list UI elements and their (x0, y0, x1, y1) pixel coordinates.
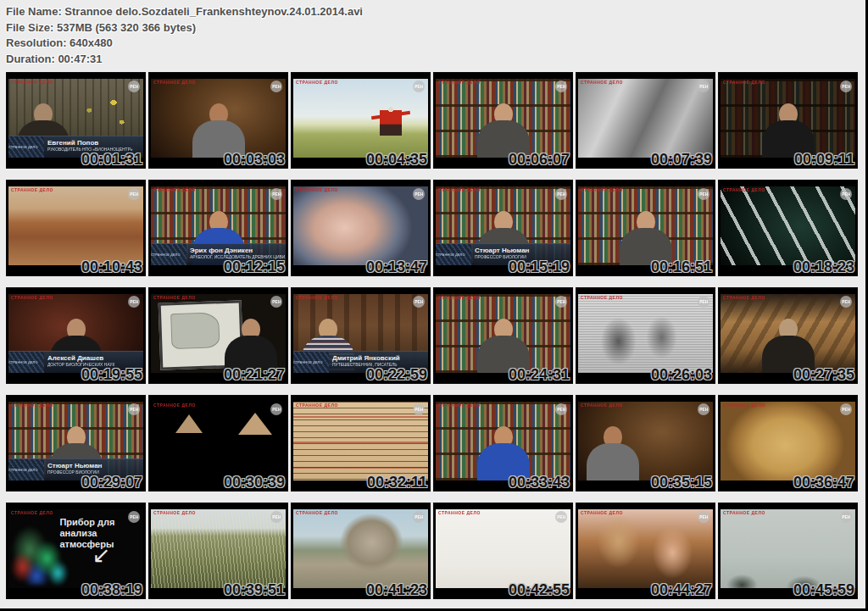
timestamp: 00:44:27 (651, 581, 712, 599)
video-thumbnail[interactable]: СТРАННОЕ ДЕЛО РЕН 00:45:59 (719, 503, 857, 598)
video-thumbnail[interactable]: СТРАННОЕ ДЕЛО РЕН 00:36:47 (719, 396, 857, 491)
video-thumbnail[interactable]: СТРАННОЕ ДЕЛО РЕН СТРАННОЕ ДЕЛО Дмитрий … (292, 288, 430, 383)
video-thumbnail[interactable]: СТРАННОЕ ДЕЛО РЕН 00:04:35 (292, 73, 430, 168)
show-emblem: СТРАННОЕ ДЕЛО (8, 459, 44, 480)
timestamp: 00:30:39 (224, 474, 285, 492)
show-watermark: СТРАННОЕ ДЕЛО (438, 296, 481, 301)
show-watermark: СТРАННОЕ ДЕЛО (438, 511, 481, 516)
timestamp: 00:36:47 (793, 474, 854, 492)
frame-image: СТРАННОЕ ДЕЛО РЕН СТРАННОЕ ДЕЛО Евгений … (8, 79, 143, 158)
speaker-name: Стюарт Ньюман (47, 463, 141, 469)
show-watermark: СТРАННОЕ ДЕЛО (581, 511, 623, 516)
show-watermark: СТРАННОЕ ДЕЛО (11, 188, 53, 193)
video-thumbnail[interactable]: СТРАННОЕ ДЕЛО РЕН СТРАННОЕ ДЕЛО Эрих фон… (149, 181, 287, 275)
video-thumbnail[interactable]: СТРАННОЕ ДЕЛО РЕН 00:33:43 (434, 396, 572, 491)
show-watermark: СТРАННОЕ ДЕЛО (723, 511, 765, 516)
speaker-name: Евгений Попов (47, 140, 143, 147)
ren-tv-logo-icon: РЕН (840, 188, 852, 200)
timestamp: 00:07:39 (651, 151, 712, 169)
timestamp: 00:39:51 (224, 581, 285, 599)
show-watermark: СТРАННОЕ ДЕЛО (723, 403, 765, 408)
frame-image: СТРАННОЕ ДЕЛО РЕН (293, 79, 428, 158)
video-thumbnail[interactable]: СТРАННОЕ ДЕЛО РЕН 00:26:03 (576, 288, 715, 383)
ren-tv-logo-icon: РЕН (270, 81, 282, 92)
show-watermark: СТРАННОЕ ДЕЛО (296, 188, 338, 193)
video-thumbnail[interactable]: СТРАННОЕ ДЕЛО РЕН 00:39:51 (149, 503, 287, 598)
frame-image: СТРАННОЕ ДЕЛО РЕН (578, 79, 713, 158)
frame-image: СТРАННОЕ ДЕЛО РЕН (436, 294, 570, 373)
ren-tv-logo-icon: РЕН (555, 296, 567, 308)
video-thumbnail[interactable]: СТРАННОЕ ДЕЛО РЕН СТРАННОЕ ДЕЛО Евгений … (7, 73, 145, 168)
video-thumbnail[interactable]: СТРАННОЕ ДЕЛО РЕН 00:21:27 (149, 288, 287, 383)
video-thumbnail[interactable]: СТРАННОЕ ДЕЛО РЕН 00:35:15 (576, 396, 715, 491)
frame-image: СТРАННОЕ ДЕЛО РЕН (721, 79, 855, 158)
person-silhouette (762, 103, 815, 158)
timestamp: 00:45:59 (793, 581, 854, 599)
resolution-line: Resolution: 640x480 (6, 36, 363, 52)
video-thumbnail[interactable]: СТРАННОЕ ДЕЛО РЕН 00:30:39 (149, 396, 287, 491)
speaker-name: Дмитрий Янковский (332, 355, 428, 362)
timestamp: 00:10:43 (81, 258, 142, 276)
timestamp: 00:29:07 (81, 474, 142, 492)
show-watermark: СТРАННОЕ ДЕЛО (296, 403, 338, 408)
speaker-name: Стюарт Ньюман (475, 247, 568, 254)
video-thumbnail[interactable]: СТРАННОЕ ДЕЛО РЕН 00:42:55 (434, 503, 572, 598)
ren-tv-logo-icon: РЕН (840, 81, 852, 92)
video-thumbnail[interactable]: СТРАННОЕ ДЕЛО РЕН 00:27:35 (719, 288, 857, 383)
frame-image: СТРАННОЕ ДЕЛО РЕН (151, 79, 286, 158)
video-thumbnail[interactable]: СТРАННОЕ ДЕЛО РЕН 00:18:23 (719, 181, 857, 275)
video-thumbnail[interactable]: СТРАННОЕ ДЕЛО РЕН 00:03:03 (149, 73, 287, 168)
timestamp: 00:42:55 (509, 581, 570, 599)
video-thumbnail[interactable]: СТРАННОЕ ДЕЛО РЕН СТРАННОЕ ДЕЛО Алексей … (7, 288, 145, 383)
frame-image: СТРАННОЕ ДЕЛО РЕН СТРАННОЕ ДЕЛО Стюарт Н… (8, 402, 143, 480)
show-watermark: СТРАННОЕ ДЕЛО (153, 403, 196, 408)
ren-tv-logo-icon: РЕН (840, 511, 852, 523)
show-watermark: СТРАННОЕ ДЕЛО (11, 81, 53, 86)
timestamp: 00:18:23 (793, 258, 854, 276)
ren-tv-logo-icon: РЕН (128, 511, 140, 523)
frame-image: СТРАННОЕ ДЕЛО РЕН (293, 509, 428, 588)
frame-image: СТРАННОЕ ДЕЛО РЕН СТРАННОЕ ДЕЛО Дмитрий … (293, 294, 428, 373)
frame-image: СТРАННОЕ ДЕЛО РЕН СТРАННОЕ ДЕЛО Стюарт Н… (436, 186, 570, 265)
video-thumbnail[interactable]: СТРАННОЕ ДЕЛО РЕН 00:07:39 (576, 73, 715, 168)
frame-image: СТРАННОЕ ДЕЛО РЕН (151, 294, 286, 373)
video-thumbnail[interactable]: СТРАННОЕ ДЕЛО РЕН СТРАННОЕ ДЕЛО Стюарт Н… (7, 396, 145, 491)
video-thumbnail[interactable]: СТРАННОЕ ДЕЛО РЕН 00:24:31 (434, 288, 572, 383)
show-emblem: СТРАННОЕ ДЕЛО (151, 244, 186, 265)
video-thumbnail[interactable]: СТРАННОЕ ДЕЛО РЕН 00:06:07 (434, 73, 572, 168)
ren-tv-logo-icon: РЕН (698, 81, 709, 92)
video-thumbnail[interactable]: СТРАННОЕ ДЕЛО РЕН 00:16:51 (576, 181, 715, 275)
ren-tv-logo-icon: РЕН (840, 403, 852, 415)
frame-image: СТРАННОЕ ДЕЛО РЕН (293, 186, 428, 265)
timestamp: 00:01:31 (81, 151, 142, 169)
show-watermark: СТРАННОЕ ДЕЛО (581, 403, 623, 408)
video-thumbnail[interactable]: СТРАННОЕ ДЕЛО РЕН 00:41:23 (292, 503, 430, 598)
video-thumbnail[interactable]: СТРАННОЕ ДЕЛО РЕН 00:32:11 (292, 396, 430, 491)
timestamp: 00:33:43 (509, 474, 570, 492)
frame-image: СТРАННОЕ ДЕЛО РЕН (436, 509, 570, 588)
ren-tv-logo-icon: РЕН (270, 296, 282, 308)
person-silhouette (192, 103, 245, 158)
show-watermark: СТРАННОЕ ДЕЛО (723, 81, 765, 86)
show-watermark: СТРАННОЕ ДЕЛО (153, 188, 196, 193)
timestamp: 00:32:11 (367, 474, 427, 492)
frame-image: СТРАННОЕ ДЕЛО РЕН (721, 402, 855, 480)
frame-image: СТРАННОЕ ДЕЛО РЕН (578, 509, 713, 588)
ren-tv-logo-icon: РЕН (413, 403, 425, 415)
show-watermark: СТРАННОЕ ДЕЛО (723, 296, 765, 301)
video-thumbnail[interactable]: СТРАННОЕ ДЕЛО РЕН СТРАННОЕ ДЕЛО Стюарт Н… (434, 181, 572, 275)
person-silhouette (380, 107, 402, 136)
video-thumbnail[interactable]: СТРАННОЕ ДЕЛО РЕН 00:44:27 (576, 503, 715, 598)
timestamp: 00:03:03 (224, 151, 285, 169)
ren-tv-logo-icon: РЕН (128, 296, 140, 308)
video-thumbnail[interactable]: СТРАННОЕ ДЕЛО РЕН 00:10:43 (7, 181, 145, 275)
video-thumbnail[interactable]: СТРАННОЕ ДЕЛО РЕН Прибор для анализа атм… (7, 503, 145, 598)
frame-image: СТРАННОЕ ДЕЛО РЕН (721, 186, 855, 265)
frame-image: СТРАННОЕ ДЕЛО РЕН (578, 402, 713, 480)
show-watermark: СТРАННОЕ ДЕЛО (438, 403, 481, 408)
frame-image: СТРАННОЕ ДЕЛО РЕН (436, 402, 570, 480)
ren-tv-logo-icon: РЕН (270, 511, 282, 523)
video-thumbnail[interactable]: СТРАННОЕ ДЕЛО РЕН 00:09:11 (719, 73, 857, 168)
speaker-name: Алексей Диашев (47, 355, 143, 362)
video-thumbnail[interactable]: СТРАННОЕ ДЕЛО РЕН 00:13:47 (292, 181, 430, 275)
